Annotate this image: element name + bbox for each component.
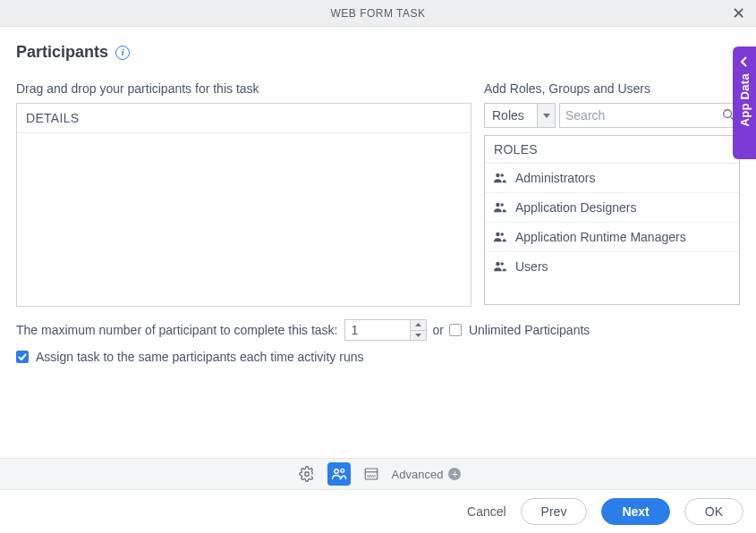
plus-icon: +	[448, 468, 461, 480]
role-name: Application Designers	[515, 200, 636, 215]
assign-checkbox[interactable]	[16, 351, 29, 363]
role-item[interactable]: Users	[485, 252, 739, 281]
role-name: Administrators	[515, 171, 595, 185]
role-icon	[494, 260, 506, 273]
app-data-tab[interactable]: App Data	[733, 47, 756, 159]
role-item[interactable]: Application Runtime Managers	[485, 223, 739, 252]
assign-row: Assign task to the same participants eac…	[16, 350, 740, 364]
settings-button[interactable]	[295, 462, 319, 486]
content: Participants i Drag and drop your partic…	[0, 27, 756, 364]
svg-point-4	[340, 469, 344, 472]
roles-panel: ROLES Administrators Application Designe…	[484, 135, 740, 305]
max-participants-spinner	[344, 319, 427, 341]
role-icon	[494, 201, 506, 214]
check-icon	[18, 353, 27, 360]
role-icon	[494, 231, 506, 243]
bottom-toolbar: www Advanced +	[0, 458, 756, 490]
titlebar-title: WEB FORM TASK	[330, 7, 425, 20]
dropzone-header: DETAILS	[17, 104, 471, 133]
search-input[interactable]	[565, 108, 722, 123]
chevron-left-icon	[741, 55, 748, 70]
roles-label: Add Roles, Groups and Users	[484, 81, 740, 96]
spinner-buttons	[410, 320, 426, 340]
next-button[interactable]: Next	[601, 498, 669, 525]
search-row: Roles	[484, 103, 740, 128]
close-icon: ✕	[732, 4, 745, 23]
svg-point-0	[724, 109, 732, 117]
svg-point-3	[334, 470, 338, 474]
columns: Drag and drop your participants for this…	[16, 81, 740, 307]
form-button[interactable]: www	[360, 462, 383, 486]
spinner-up-button[interactable]	[411, 320, 426, 331]
info-icon[interactable]: i	[115, 46, 130, 60]
participants-column: Drag and drop your participants for this…	[16, 81, 471, 307]
gear-icon	[299, 466, 315, 482]
unlimited-checkbox-wrap: Unlimited Participants	[449, 323, 590, 337]
page-title: Participants	[16, 43, 108, 62]
select-value: Roles	[485, 104, 537, 127]
participants-icon	[331, 466, 347, 482]
svg-text:www: www	[367, 474, 376, 478]
role-icon	[494, 172, 506, 184]
advanced-label: Advanced	[392, 468, 444, 481]
cancel-button[interactable]: Cancel	[467, 504, 506, 519]
participants-dropzone[interactable]: DETAILS	[16, 103, 471, 307]
unlimited-label: Unlimited Participants	[469, 323, 590, 337]
titlebar: WEB FORM TASK ✕	[0, 0, 756, 27]
or-label: or	[432, 323, 443, 337]
chevron-down-icon	[415, 334, 421, 337]
roles-column: Add Roles, Groups and Users Roles	[484, 81, 740, 307]
page-heading: Participants i	[16, 43, 740, 62]
max-participants-row: The maximum number of participant to com…	[16, 319, 740, 341]
spinner-down-button[interactable]	[411, 331, 426, 341]
app-data-label: App Data	[738, 73, 752, 126]
roles-list-header: ROLES	[485, 136, 739, 164]
role-item[interactable]: Administrators	[485, 164, 739, 193]
chevron-up-icon	[415, 323, 421, 326]
svg-point-2	[304, 472, 309, 477]
footer: Cancel Prev Next OK	[0, 490, 756, 533]
chevron-down-icon	[537, 104, 555, 127]
unlimited-checkbox[interactable]	[449, 324, 462, 336]
assign-label: Assign task to the same participants eac…	[36, 350, 364, 364]
close-button[interactable]: ✕	[729, 4, 747, 22]
participants-button[interactable]	[327, 462, 351, 486]
prev-button[interactable]: Prev	[521, 498, 588, 525]
max-participants-input[interactable]	[345, 320, 410, 340]
form-icon: www	[363, 466, 379, 482]
max-participants-label: The maximum number of participant to com…	[16, 323, 337, 337]
advanced-button[interactable]: Advanced +	[392, 468, 462, 481]
ok-button[interactable]: OK	[684, 498, 743, 525]
role-name: Application Runtime Managers	[515, 230, 686, 244]
role-type-select[interactable]: Roles	[484, 103, 556, 128]
search-wrap	[559, 103, 741, 128]
role-name: Users	[515, 259, 548, 274]
dropzone-label: Drag and drop your participants for this…	[16, 81, 471, 96]
role-item[interactable]: Application Designers	[485, 193, 739, 223]
